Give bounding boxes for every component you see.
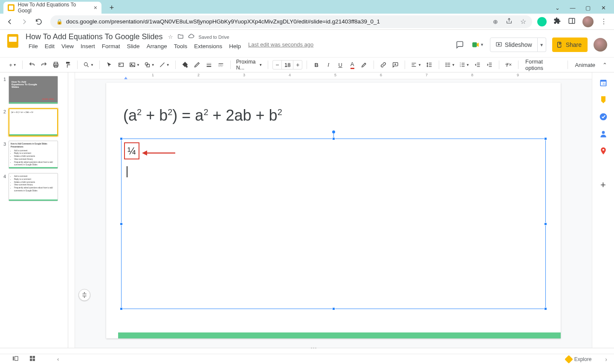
selected-textbox[interactable]: ¼ [121,139,546,309]
menu-tools[interactable]: Tools [171,41,191,51]
border-weight-button[interactable] [204,59,214,70]
maps-icon[interactable] [599,147,608,155]
resize-handle-s[interactable] [332,307,335,310]
slides-logo-icon[interactable] [4,32,21,49]
star-icon[interactable]: ☆ [168,34,173,40]
font-family-select[interactable]: Proxima N...▼ [235,59,264,70]
rotation-handle[interactable] [332,130,335,133]
close-window-icon[interactable]: ✕ [600,5,606,11]
comment-history-icon[interactable] [453,38,466,51]
bookmark-star-icon[interactable]: ☆ [520,17,526,26]
print-button[interactable] [51,59,61,70]
tasks-icon[interactable] [599,113,608,121]
menu-format[interactable]: Format [99,41,123,51]
resize-handle-ne[interactable] [544,137,547,140]
chrome-menu-icon[interactable]: ⋮ [600,17,607,26]
notes-drag-handle[interactable] [307,347,320,349]
close-tab-icon[interactable]: × [94,4,97,11]
zoom-icon[interactable]: ⊕ [493,18,498,25]
explore-button[interactable]: Explore [562,356,595,362]
meet-icon[interactable]: ▼ [472,40,484,50]
collapse-panel-icon[interactable]: ‹ [57,356,59,362]
bullet-list-button[interactable]: ▼ [443,59,456,70]
animate-button[interactable]: Animate [572,62,598,68]
highlight-button[interactable] [359,59,369,70]
line-spacing-button[interactable] [424,59,434,70]
slide-thumb-1[interactable]: 1 How To Add Equations To Google Slidess… [2,76,66,104]
increase-indent-button[interactable] [484,59,495,70]
slide-thumb-4[interactable]: 4 Add a commentReply to a commentDelete … [2,173,66,201]
last-edit-link[interactable]: Last edit was seconds ago [248,41,313,51]
resize-handle-e[interactable] [544,222,547,225]
border-dash-button[interactable] [216,59,226,70]
menu-arrange[interactable]: Arrange [144,41,170,51]
slide-canvas[interactable]: (a2 + b2) = a2 + 2ab + b2 ¼ [106,83,561,338]
extension-1-icon[interactable] [537,17,547,26]
redo-button[interactable] [39,59,49,70]
collapse-toolbar-icon[interactable]: ⌃ [600,59,610,70]
keep-icon[interactable] [599,95,608,104]
numbered-list-button[interactable]: 123▼ [458,59,471,70]
contacts-icon[interactable] [599,130,608,138]
menu-help[interactable]: Help [226,41,244,51]
shape-tool[interactable]: ▼ [143,59,156,70]
new-slide-button[interactable]: +▼ [8,59,18,70]
fill-color-button[interactable] [180,59,190,70]
move-folder-icon[interactable] [177,33,184,41]
resize-handle-n[interactable] [332,137,335,140]
resize-handle-nw[interactable] [120,137,123,140]
italic-button[interactable]: I [323,59,333,70]
menu-view[interactable]: View [58,41,77,51]
font-size-decrease[interactable]: − [273,61,281,69]
decrease-indent-button[interactable] [472,59,483,70]
line-tool[interactable]: ▼ [158,59,171,70]
chevron-down-icon[interactable]: ⌄ [554,5,560,11]
menu-edit[interactable]: Edit [42,41,58,51]
format-options-button[interactable]: Format options [523,58,563,71]
equation-text[interactable]: (a2 + b2) = a2 + 2ab + b2 [123,107,282,124]
text-color-button[interactable]: A [347,59,357,70]
minimize-icon[interactable]: — [570,5,576,11]
slideshow-dropdown[interactable]: ▼ [538,38,546,52]
filmstrip-view-icon[interactable] [12,355,19,363]
align-button[interactable]: ▼ [409,59,423,70]
bold-button[interactable]: B [311,59,321,70]
select-tool[interactable] [104,59,114,70]
address-input[interactable]: 🔒 docs.google.com/presentation/d/1waQN0V… [50,15,532,28]
forward-button[interactable] [20,18,28,26]
insert-link-button[interactable] [378,59,388,70]
slideshow-button[interactable]: Slideshow [490,38,538,52]
menu-insert[interactable]: Insert [78,41,98,51]
border-color-button[interactable] [192,59,202,70]
new-tab-button[interactable]: + [106,2,118,14]
doc-title[interactable]: How To Add Equations To Google Slides [26,32,163,41]
clear-formatting-button[interactable]: T✕ [504,59,514,70]
add-addon-icon[interactable]: + [599,181,608,189]
resize-handle-se[interactable] [544,307,547,310]
share-button[interactable]: Share [552,38,588,52]
menu-extensions[interactable]: Extensions [191,41,225,51]
slide-thumb-3[interactable]: 3 How to Add Comments in Google Slides P… [2,141,66,169]
paint-format-button[interactable] [63,59,73,70]
back-button[interactable] [6,18,14,26]
grid-view-icon[interactable] [29,355,36,363]
add-comment-button[interactable] [390,59,400,70]
extensions-puzzle-icon[interactable] [553,17,561,26]
hide-side-panel-icon[interactable]: › [598,356,614,363]
fit-button[interactable] [78,289,90,301]
profile-avatar[interactable] [582,16,594,27]
reload-button[interactable] [35,18,43,26]
browser-tab[interactable]: How To Add Equations To Googl × [3,2,101,14]
textbox-tool[interactable] [116,59,126,70]
resize-handle-w[interactable] [120,222,123,225]
resize-handle-sw[interactable] [120,307,123,310]
maximize-icon[interactable]: ▢ [585,5,591,11]
image-tool[interactable]: ▼ [128,59,141,70]
undo-button[interactable] [27,59,37,70]
share-url-icon[interactable] [506,17,513,26]
font-size-increase[interactable]: + [293,61,302,69]
menu-file[interactable]: File [26,41,41,51]
side-panel-icon[interactable] [568,17,576,26]
underline-button[interactable]: U [335,59,345,70]
slide-thumb-2[interactable]: 2 (a² + b²) = a² + 2ab + b² [2,108,66,136]
